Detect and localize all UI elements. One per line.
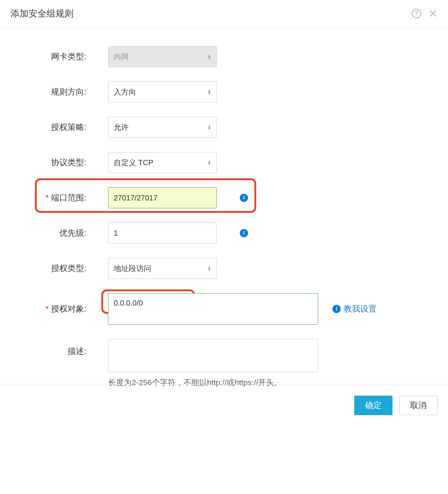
label-policy: 授权策略:: [0, 122, 86, 133]
select-value: 允许: [114, 122, 129, 133]
select-nic-type: 内网 ▲▼: [108, 46, 217, 67]
select-protocol[interactable]: 自定义 TCP ▲▼: [108, 152, 217, 173]
header-actions: [411, 8, 437, 19]
select-value: 自定义 TCP: [114, 158, 153, 168]
select-value: 内网: [114, 52, 129, 62]
label-direction: 规则方向:: [0, 86, 86, 98]
info-icon: i: [332, 305, 341, 313]
chevron-updown-icon: ▲▼: [207, 266, 211, 271]
label-protocol: 协议类型:: [0, 157, 86, 168]
row-policy: 授权策略: 允许 ▲▼: [0, 117, 448, 138]
svg-point-1: [416, 15, 417, 16]
row-protocol: 协议类型: 自定义 TCP ▲▼: [0, 152, 448, 173]
input-port-range[interactable]: 27017/27017: [108, 187, 217, 208]
textarea-description[interactable]: [108, 339, 318, 372]
info-icon[interactable]: i: [240, 194, 248, 202]
label-auth-object: 授权对象:: [0, 303, 86, 315]
select-direction[interactable]: 入方向 ▲▼: [108, 81, 217, 102]
row-priority: 优先级: 1 i: [0, 223, 448, 244]
row-direction: 规则方向: 入方向 ▲▼: [0, 81, 448, 102]
row-nic-type: 网卡类型: 内网 ▲▼: [0, 46, 448, 67]
input-auth-object[interactable]: 0.0.0.0/0: [108, 293, 318, 325]
row-auth-type: 授权类型: 地址段访问 ▲▼: [0, 258, 448, 279]
input-value: 1: [114, 229, 118, 238]
input-value: 27017/27017: [114, 194, 158, 202]
close-icon[interactable]: [428, 9, 437, 18]
info-icon[interactable]: i: [240, 229, 248, 237]
label-priority: 优先级:: [0, 227, 86, 239]
modal-title: 添加安全组规则: [11, 8, 74, 20]
select-policy[interactable]: 允许 ▲▼: [108, 117, 217, 138]
row-port-range: 端口范围: 27017/27017 i: [0, 187, 448, 208]
select-value: 地址段访问: [114, 264, 151, 274]
row-auth-object: 授权对象: 0.0.0.0/0 i 教我设置: [0, 293, 448, 325]
chevron-updown-icon: ▲▼: [207, 160, 211, 165]
modal-footer: 确定 取消: [0, 384, 448, 426]
label-port-range: 端口范围:: [0, 192, 86, 203]
help-icon[interactable]: [411, 8, 422, 19]
form-body: 网卡类型: 内网 ▲▼ 规则方向: 入方向 ▲▼ 授权策略: 允许 ▲▼ 协议类…: [0, 27, 448, 417]
confirm-button[interactable]: 确定: [354, 396, 392, 415]
chevron-updown-icon: ▲▼: [207, 54, 211, 59]
teach-link-text: 教我设置: [344, 303, 377, 315]
teach-settings-link[interactable]: i 教我设置: [332, 303, 377, 315]
modal-header: 添加安全组规则: [0, 0, 448, 27]
chevron-updown-icon: ▲▼: [207, 89, 211, 95]
chevron-updown-icon: ▲▼: [207, 125, 211, 130]
label-description: 描述:: [0, 339, 86, 357]
label-nic-type: 网卡类型:: [0, 51, 86, 62]
input-value: 0.0.0.0/0: [114, 299, 143, 307]
cancel-button[interactable]: 取消: [399, 396, 437, 415]
select-auth-type[interactable]: 地址段访问 ▲▼: [108, 258, 217, 279]
input-priority[interactable]: 1: [108, 223, 217, 244]
label-auth-type: 授权类型:: [0, 263, 86, 274]
select-value: 入方向: [114, 87, 136, 97]
row-description: 描述: 长度为2-256个字符，不能以http://或https://开头。: [0, 339, 448, 388]
